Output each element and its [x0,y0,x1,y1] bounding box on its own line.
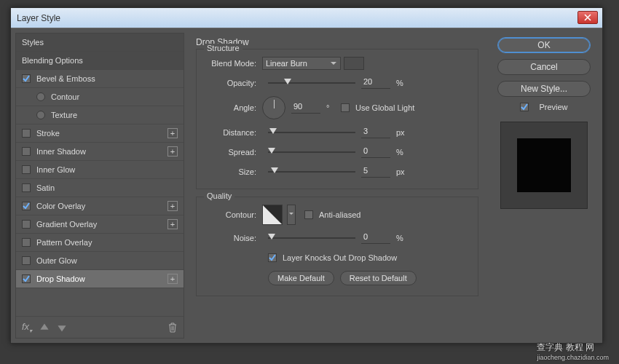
style-label: Pattern Overlay [36,238,92,247]
arrow-up-icon[interactable] [39,323,50,333]
plus-icon[interactable]: + [167,219,178,229]
style-checkbox[interactable] [22,147,31,156]
reset-default-button[interactable]: Reset to Default [340,271,417,285]
contour-label: Contour: [205,210,262,219]
antialias-checkbox[interactable] [304,210,313,219]
antialias-label: Anti-aliased [319,210,360,219]
contour-dropdown[interactable] [287,205,296,225]
size-field[interactable]: 5 [361,166,390,178]
style-label: Bevel & Emboss [36,74,95,83]
contour-picker[interactable] [262,205,283,225]
close-icon [584,14,591,21]
style-label: Texture [51,111,77,119]
style-label: Color Overlay [36,202,85,210]
plus-icon[interactable]: + [167,146,178,157]
preview-box [500,122,588,209]
style-item-pattern-overlay[interactable]: Pattern Overlay [16,234,184,252]
plus-icon[interactable]: + [167,274,178,284]
ok-button[interactable]: OK [497,37,591,53]
style-item-color-overlay[interactable]: Color Overlay+ [16,197,184,215]
size-label: Size: [205,167,262,176]
styles-panel: Styles Blending Options Bevel & EmbossCo… [15,33,184,339]
spread-slider[interactable] [268,151,355,153]
style-label: Inner Glow [36,165,75,174]
angle-field[interactable]: 90 [291,102,320,114]
global-light-label: Use Global Light [355,103,414,112]
style-item-drop-shadow[interactable]: Drop Shadow+ [16,270,184,288]
global-light-checkbox[interactable] [341,103,350,112]
titlebar[interactable]: Layer Style [11,8,602,28]
style-label: Gradient Overlay [36,220,97,229]
new-style-button[interactable]: New Style... [497,81,591,97]
style-item-bevel-emboss[interactable]: Bevel & Emboss [16,70,184,88]
style-item-gradient-overlay[interactable]: Gradient Overlay+ [16,215,184,234]
distance-label: Distance: [205,128,262,137]
style-label: Contour [51,92,79,101]
knockout-label: Layer Knocks Out Drop Shadow [283,253,397,262]
fx-icon[interactable]: fx▾ [22,321,32,334]
blending-options[interactable]: Blending Options [16,52,184,70]
shadow-color-swatch[interactable] [344,57,364,70]
style-checkbox[interactable] [22,129,31,138]
spread-field[interactable]: 0 [361,146,390,158]
style-item-contour[interactable]: Contour [16,88,184,106]
layer-style-dialog: Layer Style Styles Blending Options Beve… [10,7,603,344]
styles-header[interactable]: Styles [16,33,184,52]
close-button[interactable] [577,11,598,24]
style-label: Inner Shadow [36,147,86,156]
noise-slider[interactable] [268,237,355,239]
style-checkbox[interactable] [22,256,31,265]
structure-group: Structure Blend Mode: Linear Burn Opacit… [196,49,478,189]
style-checkbox[interactable] [22,202,31,210]
style-item-outer-glow[interactable]: Outer Glow [16,252,184,270]
style-item-inner-shadow[interactable]: Inner Shadow+ [16,143,184,161]
angle-label: Angle: [205,103,262,112]
style-checkbox[interactable] [22,74,31,83]
style-label: Drop Shadow [36,274,85,283]
cancel-button[interactable]: Cancel [497,59,591,75]
style-item-stroke[interactable]: Stroke+ [16,124,184,143]
distance-field[interactable]: 3 [361,127,390,138]
structure-legend: Structure [204,44,243,52]
dialog-title: Layer Style [17,13,60,23]
style-checkbox[interactable] [22,165,31,174]
preview-label: Preview [539,103,567,111]
style-checkbox[interactable] [22,274,31,283]
preview-checkbox[interactable] [520,103,529,111]
quality-group: Quality Contour: Anti-aliased Noise: 0 % [196,197,478,296]
opacity-field[interactable]: 20 [361,77,390,89]
styles-footer: fx▾ [16,316,184,338]
style-item-satin[interactable]: Satin [16,179,184,197]
opacity-slider[interactable] [268,82,355,84]
radio-icon [36,92,45,101]
effect-settings-panel: Drop Shadow Structure Blend Mode: Linear… [189,33,486,339]
dialog-body: Styles Blending Options Bevel & EmbossCo… [11,28,602,343]
make-default-button[interactable]: Make Default [268,271,334,285]
style-checkbox[interactable] [22,220,31,229]
size-slider[interactable] [268,171,355,173]
noise-field[interactable]: 0 [361,232,390,244]
distance-slider[interactable] [268,132,355,133]
radio-icon [36,111,45,119]
blend-mode-label: Blend Mode: [205,59,262,68]
style-item-inner-glow[interactable]: Inner Glow [16,161,184,179]
right-panel: OK Cancel New Style... Preview [490,33,598,339]
spread-label: Spread: [205,148,262,157]
style-checkbox[interactable] [22,238,31,247]
quality-legend: Quality [204,191,234,200]
style-checkbox[interactable] [22,183,31,192]
preview-swatch [517,138,571,192]
trash-icon[interactable] [167,323,178,333]
plus-icon[interactable]: + [167,201,178,211]
knockout-checkbox[interactable] [268,253,277,262]
style-label: Outer Glow [36,256,77,265]
blend-mode-select[interactable]: Linear Burn [262,57,341,70]
plus-icon[interactable]: + [167,128,178,138]
style-label: Stroke [36,129,60,138]
watermark: 查字典 教程 网 jiaocheng.chazidian.com [537,341,609,361]
opacity-label: Opacity: [205,79,262,87]
style-item-texture[interactable]: Texture [16,106,184,124]
arrow-down-icon[interactable] [57,323,67,333]
angle-dial[interactable] [262,96,285,119]
noise-label: Noise: [205,234,262,242]
